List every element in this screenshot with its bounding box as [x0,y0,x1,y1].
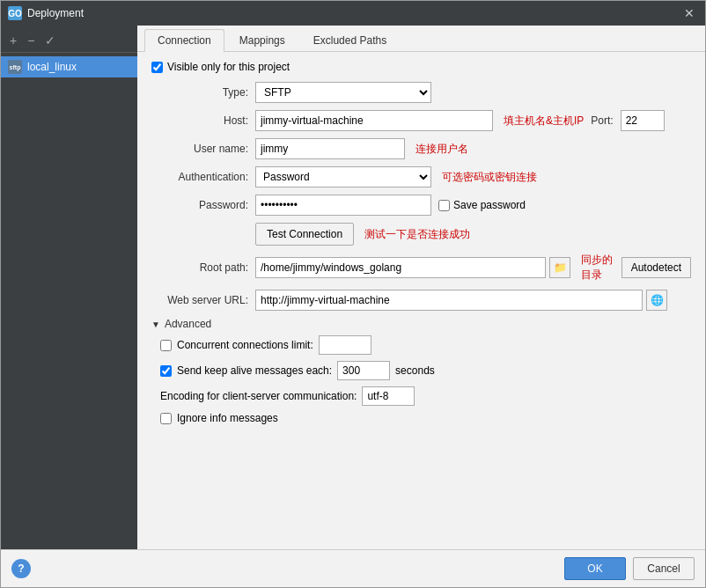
host-row: Host: 填主机名&主机IP Port: [151,110,691,131]
concurrent-label: Concurrent connections limit: [177,339,313,351]
ignore-info-row: Ignore info messages [160,412,691,424]
visible-only-label: Visible only for this project [167,61,290,73]
save-password-row: Save password [438,199,526,211]
type-select[interactable]: SFTP [255,82,431,103]
keepalive-input[interactable] [337,361,390,380]
keepalive-checkbox[interactable] [160,365,172,377]
cancel-button[interactable]: Cancel [633,557,695,580]
sidebar-toolbar: + − ✓ [1,29,137,53]
concurrent-row: Concurrent connections limit: [160,335,691,355]
test-connection-row: Test Connection 测试一下是否连接成功 [151,223,691,246]
visible-check-row: Visible only for this project [151,61,691,73]
content-area: Visible only for this project Type: SFTP… [137,52,705,549]
auth-annotation: 可选密码或密钥连接 [442,170,537,185]
save-password-checkbox[interactable] [438,200,450,211]
main-panel: Connection Mappings Excluded Paths Visib… [137,26,705,549]
root-path-label: Root path: [151,261,248,274]
ignore-info-label: Ignore info messages [177,412,278,424]
test-connection-button[interactable]: Test Connection [255,223,354,246]
type-row: Type: SFTP [151,82,691,103]
keepalive-row: Send keep alive messages each: seconds [160,361,691,380]
root-path-input[interactable] [255,257,546,278]
sidebar: + − ✓ sftp local_linux [1,26,137,549]
auth-select[interactable]: Password [255,166,431,187]
port-input[interactable] [621,110,665,131]
type-label: Type: [151,86,248,99]
autodetect-button[interactable]: Autodetect [621,257,691,278]
visible-only-checkbox[interactable] [151,62,163,73]
ignore-info-checkbox[interactable] [160,413,172,424]
remove-server-button[interactable]: − [24,32,38,49]
auth-row: Authentication: Password 可选密码或密钥连接 [151,166,691,187]
web-server-input[interactable] [255,290,643,311]
keepalive-unit: seconds [395,364,435,377]
ok-button[interactable]: OK [564,557,626,580]
encoding-label: Encoding for client-server communication… [160,390,357,402]
root-path-annotation: 同步的目录 [581,253,614,283]
title-bar: GO Deployment ✕ [1,1,705,26]
username-annotation: 连接用户名 [416,142,468,157]
add-server-button[interactable]: + [6,32,20,49]
tab-excluded-paths[interactable]: Excluded Paths [300,29,400,51]
deployment-dialog: GO Deployment ✕ + − ✓ sftp local_linux C… [0,0,706,588]
host-label: Host: [151,114,248,127]
sftp-icon: sftp [8,60,22,74]
dialog-footer: ? OK Cancel [1,549,705,587]
confirm-server-button[interactable]: ✓ [41,32,59,49]
advanced-section: ▼ Advanced Concurrent connections limit: [151,318,691,424]
browse-folder-button[interactable]: 📁 [549,257,570,278]
root-path-row: Root path: 📁 同步的目录 Autodetect [151,253,691,283]
save-password-label: Save password [453,199,526,211]
sidebar-item-label: local_linux [27,61,77,73]
advanced-label: Advanced [165,318,211,330]
username-input[interactable] [255,138,405,159]
browse-web-button[interactable]: 🌐 [646,290,667,311]
password-label: Password: [151,199,248,211]
dialog-title: Deployment [27,7,680,19]
web-server-input-group: 🌐 [255,290,667,311]
password-row: Password: Save password [151,195,691,216]
collapse-triangle-icon: ▼ [151,320,160,329]
username-row: User name: 连接用户名 [151,138,691,159]
username-label: User name: [151,143,248,155]
auth-label: Authentication: [151,171,248,183]
web-server-row: Web server URL: 🌐 [151,290,691,311]
encoding-input[interactable] [362,386,415,406]
advanced-content: Concurrent connections limit: Send keep … [151,335,691,424]
sidebar-item-local-linux[interactable]: sftp local_linux [1,56,137,77]
app-icon: GO [8,6,22,20]
host-annotation: 填主机名&主机IP [504,114,584,129]
close-button[interactable]: ✕ [680,4,698,22]
port-label: Port: [591,114,613,127]
host-input[interactable] [255,110,493,131]
root-path-input-group: 📁 [255,257,570,278]
advanced-header[interactable]: ▼ Advanced [151,318,691,330]
web-server-label: Web server URL: [151,294,248,306]
test-conn-annotation: 测试一下是否连接成功 [364,227,470,242]
password-input[interactable] [255,195,431,216]
concurrent-input[interactable] [319,335,371,355]
encoding-row: Encoding for client-server communication… [160,386,691,406]
footer-buttons: OK Cancel [564,557,695,580]
dialog-body: + − ✓ sftp local_linux Connection Mappin… [1,26,705,549]
tabs: Connection Mappings Excluded Paths [137,26,705,52]
concurrent-checkbox[interactable] [160,340,172,351]
help-button[interactable]: ? [11,559,31,578]
keepalive-label: Send keep alive messages each: [177,364,332,377]
tab-mappings[interactable]: Mappings [226,29,298,51]
tab-connection[interactable]: Connection [144,29,224,52]
